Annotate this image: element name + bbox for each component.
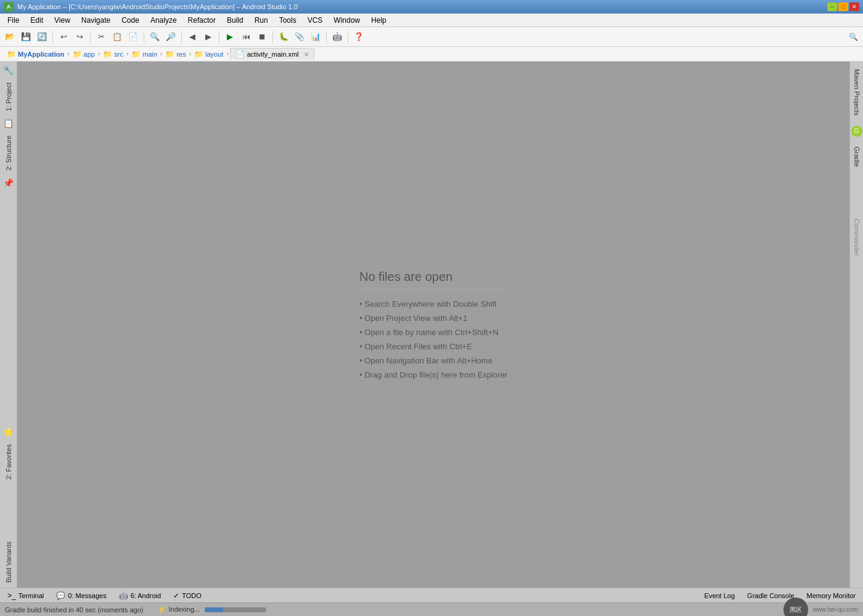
sidebar-icon-favorites[interactable]: ⭐ bbox=[2, 426, 15, 438]
folder-icon-main: 📁 bbox=[131, 50, 141, 59]
folder-icon-src: 📁 bbox=[103, 50, 112, 59]
terminal-icon: >_ bbox=[7, 591, 16, 600]
menu-item-refactor[interactable]: Refactor bbox=[183, 15, 221, 26]
bottom-tab-terminal[interactable]: >_ Terminal bbox=[2, 590, 49, 601]
editor-area: No files are open Search Everywhere with… bbox=[17, 62, 849, 588]
toolbar-sync-btn[interactable]: 🔄 bbox=[35, 30, 49, 44]
toolbar-sep-6 bbox=[272, 31, 273, 43]
watermark-logo: 黑区 bbox=[783, 598, 808, 617]
menu-item-view[interactable]: View bbox=[49, 15, 75, 26]
breadcrumb-src[interactable]: 📁 src bbox=[101, 49, 125, 59]
toolbar-sep-3 bbox=[144, 31, 144, 43]
maximize-button[interactable]: □ bbox=[838, 2, 848, 11]
minimize-button[interactable]: – bbox=[827, 2, 837, 11]
toolbar-profile-btn[interactable]: 📊 bbox=[308, 30, 323, 44]
toolbar-open-btn[interactable]: 📂 bbox=[2, 30, 17, 44]
right-sidebar: Maven Projects G Gradle Commander bbox=[849, 62, 863, 588]
close-button[interactable]: ✕ bbox=[849, 2, 859, 11]
toolbar-build-btn[interactable]: ▶ bbox=[223, 30, 237, 44]
file-icon-xml: 📄 bbox=[235, 50, 245, 59]
status-bar: Gradle build finished in 40 sec (moments… bbox=[0, 602, 863, 616]
hint-item: Drag and Drop file(s) here from Explorer bbox=[359, 370, 507, 379]
toolbar-cut-btn[interactable]: ✂ bbox=[94, 30, 108, 44]
toolbar-sep-4 bbox=[181, 31, 182, 43]
sidebar-tab-structure[interactable]: 2: Structure bbox=[2, 131, 15, 176]
menu-item-vcs[interactable]: VCS bbox=[303, 15, 328, 26]
window-title: My Application – [C:\Users\yanglw\Androi… bbox=[17, 3, 824, 10]
breadcrumb-sep-3: › bbox=[126, 51, 128, 57]
sidebar-tab-build-variants[interactable]: Build Variants bbox=[2, 537, 15, 588]
toolbar-debug-btn[interactable]: 🐛 bbox=[276, 30, 291, 44]
menu-item-window[interactable]: Window bbox=[329, 15, 365, 26]
right-tab-gradle[interactable]: Gradle bbox=[851, 142, 863, 172]
toolbar-stop-btn[interactable]: ⏹ bbox=[255, 30, 269, 44]
toolbar: 📂 💾 🔄 ↩ ↪ ✂ 📋 📄 🔍 🔎 ◀ ▶ ▶ ⏮ ⏹ 🐛 📎 📊 🤖 ❓ … bbox=[0, 27, 863, 47]
breadcrumb-res[interactable]: 📁 res bbox=[163, 49, 187, 59]
breadcrumb-main[interactable]: 📁 main bbox=[129, 49, 159, 59]
toolbar-help-btn[interactable]: ❓ bbox=[351, 30, 366, 44]
menu-bar: FileEditViewNavigateCodeAnalyzeRefactorB… bbox=[0, 14, 863, 27]
file-tab-close-icon[interactable]: ✕ bbox=[304, 51, 309, 58]
hint-item: Search Everywhere with Double Shift bbox=[359, 299, 507, 309]
toolbar-copy-btn[interactable]: 📋 bbox=[110, 30, 125, 44]
bottom-tab-android[interactable]: 🤖 6: Android bbox=[114, 590, 166, 601]
breadcrumb-sep-2: › bbox=[98, 51, 100, 57]
folder-icon-app: 📁 bbox=[73, 50, 82, 59]
gradle-icon[interactable]: G bbox=[851, 126, 862, 137]
menu-item-analyze[interactable]: Analyze bbox=[145, 15, 182, 26]
app-icon: A bbox=[4, 2, 14, 12]
toolbar-back-btn[interactable]: ◀ bbox=[185, 30, 200, 44]
sidebar-icon-structure[interactable]: 📋 bbox=[2, 117, 15, 129]
menu-item-navigate[interactable]: Navigate bbox=[76, 15, 115, 26]
toolbar-redo-btn[interactable]: ↪ bbox=[72, 30, 87, 44]
toolbar-sep-8 bbox=[348, 31, 348, 43]
folder-icon-res: 📁 bbox=[165, 50, 174, 59]
menu-item-tools[interactable]: Tools bbox=[274, 15, 301, 26]
no-files-title: No files are open bbox=[359, 270, 507, 290]
breadcrumb-myapplication[interactable]: 📁 MyApplication bbox=[5, 49, 66, 59]
breadcrumb-sep-6: › bbox=[226, 51, 228, 57]
toolbar-sep-7 bbox=[326, 31, 327, 43]
messages-icon: 💬 bbox=[56, 591, 65, 600]
bottom-tab-messages[interactable]: 💬 0: Messages bbox=[51, 590, 111, 601]
android-icon-bottom: 🤖 bbox=[119, 591, 128, 600]
toolbar-find-btn[interactable]: 🔍 bbox=[147, 30, 162, 44]
progress-bar-inner bbox=[205, 607, 223, 612]
toolbar-undo-btn[interactable]: ↩ bbox=[56, 30, 71, 44]
sidebar-icon-top[interactable]: 🔧 bbox=[2, 64, 15, 76]
toolbar-sep-2 bbox=[90, 31, 91, 43]
sidebar-tab-project[interactable]: 1: Project bbox=[2, 78, 15, 116]
menu-item-file[interactable]: File bbox=[2, 15, 24, 26]
title-bar: A My Application – [C:\Users\yanglw\Andr… bbox=[0, 0, 863, 14]
sidebar-tab-favorites[interactable]: 2: Favorites bbox=[2, 439, 15, 484]
indexing-progress bbox=[205, 607, 266, 612]
breadcrumb-app[interactable]: 📁 app bbox=[71, 49, 97, 59]
toolbar-rerun-btn[interactable]: ⏮ bbox=[239, 30, 253, 44]
menu-item-code[interactable]: Code bbox=[117, 15, 144, 26]
progress-bar-outer bbox=[205, 607, 266, 612]
toolbar-paste-btn[interactable]: 📄 bbox=[126, 30, 141, 44]
toolbar-replace-btn[interactable]: 🔎 bbox=[163, 30, 178, 44]
toolbar-save-btn[interactable]: 💾 bbox=[18, 30, 33, 44]
breadcrumb-sep-5: › bbox=[189, 51, 191, 57]
status-right: 黑区 www.hei-qu.com bbox=[783, 598, 858, 617]
toolbar-forward-btn[interactable]: ▶ bbox=[201, 30, 216, 44]
menu-item-help[interactable]: Help bbox=[366, 15, 391, 26]
bottom-tab-eventlog[interactable]: Event Log bbox=[700, 591, 740, 601]
hint-item: Open Project View with Alt+1 bbox=[359, 314, 507, 323]
toolbar-android-btn[interactable]: 🤖 bbox=[330, 30, 345, 44]
toolbar-attach-btn[interactable]: 📎 bbox=[292, 30, 307, 44]
menu-item-edit[interactable]: Edit bbox=[25, 15, 48, 26]
bottom-tab-todo[interactable]: ✓ TODO bbox=[168, 590, 207, 601]
menu-item-run[interactable]: Run bbox=[250, 15, 273, 26]
toolbar-search-btn[interactable]: 🔍 bbox=[846, 30, 861, 44]
breadcrumb-bar: 📁 MyApplication › 📁 app › 📁 src › 📁 main… bbox=[0, 47, 863, 62]
file-tab-activity-main[interactable]: 📄 activity_main.xml ✕ bbox=[230, 48, 314, 60]
right-tab-maven[interactable]: Maven Projects bbox=[851, 64, 863, 121]
right-tab-commander[interactable]: Commander bbox=[851, 214, 863, 261]
sidebar-icon-pin[interactable]: 📌 bbox=[2, 177, 15, 189]
menu-item-build[interactable]: Build bbox=[222, 15, 248, 26]
breadcrumb-layout[interactable]: 📁 layout bbox=[192, 49, 225, 59]
toolbar-sep-5 bbox=[219, 31, 219, 43]
bottom-bar: >_ Terminal 💬 0: Messages 🤖 6: Android ✓… bbox=[0, 588, 863, 602]
